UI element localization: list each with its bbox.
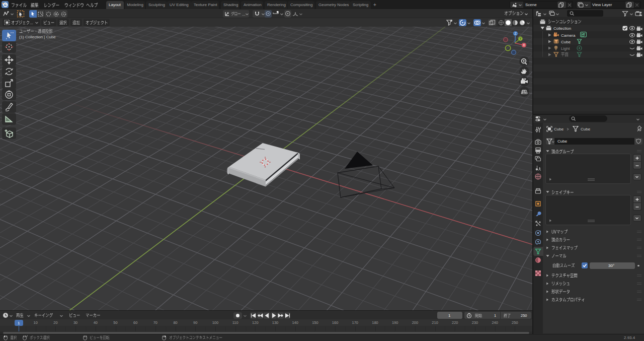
svg-text:Z: Z	[515, 32, 517, 35]
svg-text:Y: Y	[519, 37, 522, 40]
svg-text:X: X	[523, 43, 525, 47]
